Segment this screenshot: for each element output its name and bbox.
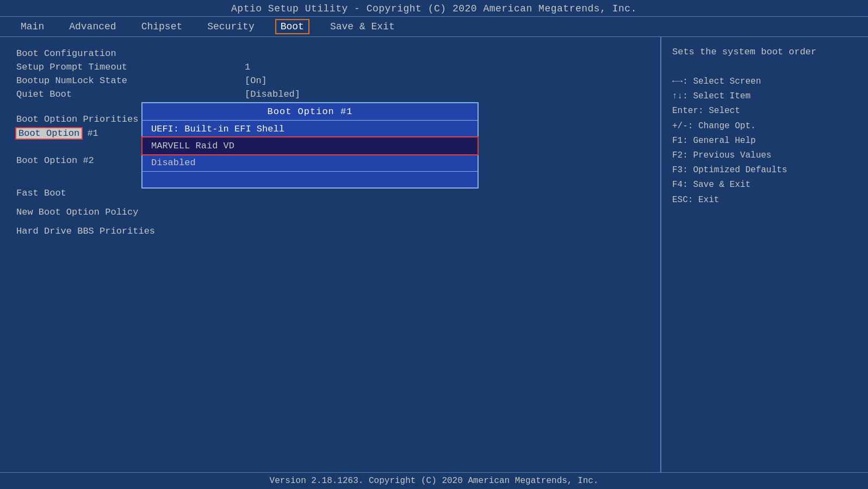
setup-prompt-label: Setup Prompt Timeout (16, 62, 245, 72)
nav-chipset[interactable]: Chipset (137, 20, 187, 33)
right-panel: Sets the system boot order ←→: Select Sc… (661, 37, 868, 472)
key-esc: ESC: Exit (672, 193, 857, 208)
boot-config-label: Boot Configuration (16, 48, 245, 59)
title-text: Aptio Setup Utility - Copyright (C) 2020… (231, 3, 637, 14)
numlock-row[interactable]: Bootup NumLock State [On] (16, 74, 644, 87)
new-boot-policy-label: New Boot Option Policy (16, 207, 245, 217)
boot-option1-hash: #1 (87, 128, 98, 139)
key-f3: F3: Optimized Defaults (672, 163, 857, 178)
key-select-item: ↑↓: Select Item (672, 89, 857, 104)
boot-option-popup: Boot Option #1 UEFI: Built-in EFI Shell … (141, 102, 479, 189)
title-bar: Aptio Setup Utility - Copyright (C) 2020… (0, 0, 868, 16)
fast-boot-label: Fast Boot (16, 188, 245, 198)
popup-item-disabled[interactable]: Disabled (142, 154, 478, 171)
quiet-boot-row[interactable]: Quiet Boot [Disabled] (16, 87, 644, 101)
footer: Version 2.18.1263. Copyright (C) 2020 Am… (0, 472, 868, 489)
key-help: ←→: Select Screen ↑↓: Select Item Enter:… (672, 74, 857, 208)
nav-security[interactable]: Security (203, 20, 258, 33)
key-f2: F2: Previous Values (672, 148, 857, 163)
boot-option-highlighted: Boot Option (16, 128, 82, 139)
nav-boot[interactable]: Boot (275, 19, 309, 34)
key-change-opt: +/-: Change Opt. (672, 119, 857, 134)
popup-item-uefi[interactable]: UEFI: Built-in EFI Shell (142, 121, 478, 137)
setup-prompt-value: 1 (245, 62, 250, 72)
setup-prompt-row[interactable]: Setup Prompt Timeout 1 (16, 60, 644, 74)
hdd-priorities-row[interactable]: Hard Drive BBS Priorities (16, 224, 644, 238)
key-select-screen: ←→: Select Screen (672, 74, 857, 89)
popup-overlay: Boot Option #1 UEFI: Built-in EFI Shell … (141, 102, 479, 189)
nav-save-exit[interactable]: Save & Exit (326, 20, 399, 33)
popup-item-marvell[interactable]: MARVELL Raid VD (142, 137, 478, 154)
key-f1: F1: General Help (672, 134, 857, 148)
bios-screen: Aptio Setup Utility - Copyright (C) 2020… (0, 0, 868, 489)
key-f4: F4: Save & Exit (672, 178, 857, 192)
boot-config-section: Boot Configuration (16, 47, 644, 60)
popup-bottom (142, 171, 478, 187)
key-enter: Enter: Select (672, 104, 857, 118)
quiet-boot-label: Quiet Boot (16, 89, 245, 99)
help-text: Sets the system boot order (672, 47, 857, 57)
numlock-label: Bootup NumLock State (16, 76, 245, 86)
popup-title: Boot Option #1 (142, 103, 478, 121)
quiet-boot-value: [Disabled] (245, 89, 300, 99)
nav-bar: Main Advanced Chipset Security Boot Save… (0, 16, 868, 37)
spacer3 (16, 200, 644, 205)
spacer4 (16, 219, 644, 224)
hdd-priorities-label: Hard Drive BBS Priorities (16, 226, 245, 236)
new-boot-policy-row[interactable]: New Boot Option Policy (16, 205, 644, 219)
nav-advanced[interactable]: Advanced (65, 20, 120, 33)
footer-text: Version 2.18.1263. Copyright (C) 2020 Am… (270, 476, 599, 486)
left-panel: Boot Configuration Setup Prompt Timeout … (0, 37, 661, 472)
numlock-value: [On] (245, 76, 267, 86)
main-content: Boot Configuration Setup Prompt Timeout … (0, 37, 868, 472)
nav-main[interactable]: Main (16, 20, 48, 33)
